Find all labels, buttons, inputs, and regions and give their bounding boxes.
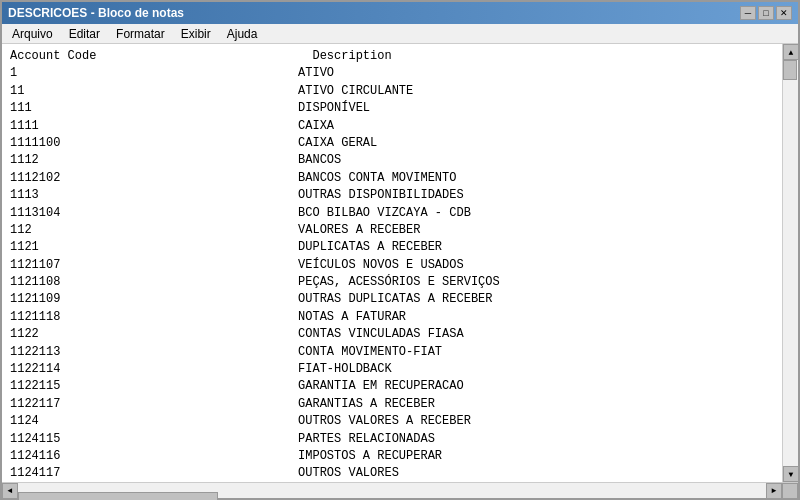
scrollbar-corner xyxy=(782,483,798,499)
content-area: Account Code Description 1 ATIVO 11 ATIV… xyxy=(2,44,798,482)
horizontal-scrollbar: ◄ ► xyxy=(2,482,798,498)
scroll-up-button[interactable]: ▲ xyxy=(783,44,798,60)
main-window: DESCRICOES - Bloco de notas ─ □ ✕ Arquiv… xyxy=(0,0,800,500)
scroll-down-button[interactable]: ▼ xyxy=(783,466,798,482)
close-button[interactable]: ✕ xyxy=(776,6,792,20)
menu-bar: Arquivo Editar Formatar Exibir Ajuda xyxy=(2,24,798,44)
scroll-left-button[interactable]: ◄ xyxy=(2,483,18,499)
scroll-thumb[interactable] xyxy=(783,60,797,80)
menu-formatar[interactable]: Formatar xyxy=(110,26,171,42)
scroll-track[interactable] xyxy=(783,60,798,466)
vertical-scrollbar: ▲ ▼ xyxy=(782,44,798,482)
menu-editar[interactable]: Editar xyxy=(63,26,106,42)
window-title: DESCRICOES - Bloco de notas xyxy=(8,6,184,20)
title-bar-controls: ─ □ ✕ xyxy=(740,6,792,20)
scroll-right-button[interactable]: ► xyxy=(766,483,782,499)
menu-exibir[interactable]: Exibir xyxy=(175,26,217,42)
text-editor[interactable]: Account Code Description 1 ATIVO 11 ATIV… xyxy=(2,44,782,482)
menu-arquivo[interactable]: Arquivo xyxy=(6,26,59,42)
hscroll-thumb[interactable] xyxy=(18,492,218,501)
maximize-button[interactable]: □ xyxy=(758,6,774,20)
title-bar: DESCRICOES - Bloco de notas ─ □ ✕ xyxy=(2,2,798,24)
minimize-button[interactable]: ─ xyxy=(740,6,756,20)
menu-ajuda[interactable]: Ajuda xyxy=(221,26,264,42)
